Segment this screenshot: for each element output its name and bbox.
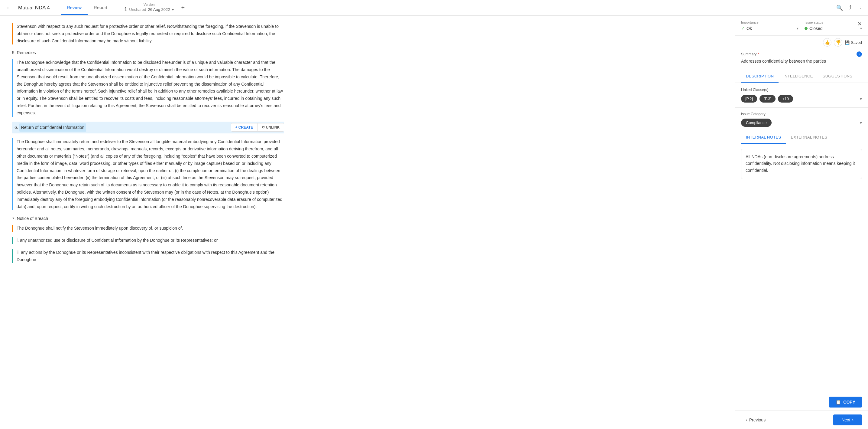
search-icon[interactable]: 🔍	[836, 4, 843, 11]
summary-value[interactable]: Addresses confidentiality between the pa…	[741, 59, 862, 65]
issue-status-label: Issue status	[805, 21, 862, 24]
unlink-button[interactable]: ↺ UNLINK	[257, 123, 284, 131]
main-layout: Stevenson with respect to any such reque…	[0, 16, 868, 429]
paragraph-5: The Donoghue shall immediately return an…	[12, 138, 284, 210]
clause-chips: [P.2] [P.3] +19 ▾	[741, 95, 862, 103]
version-chevron-icon[interactable]: ▾	[172, 7, 174, 12]
copy-row: 📋 COPY	[735, 394, 868, 410]
paragraph-9: ii. any actions by the Donoghue or its R…	[12, 249, 284, 263]
content-tabs: DESCRIPTION INTELLIGENCE SUGGESTIONS	[735, 70, 868, 83]
document-title: Mutual NDA 4	[18, 5, 50, 11]
paragraph-1: Stevenson with respect to any such reque…	[12, 23, 284, 45]
version-number: 1	[124, 6, 127, 13]
importance-chevron-icon: ▾	[797, 26, 799, 31]
right-panel: Importance ✓ Ok ▾ Issue status Closed ▾	[735, 16, 868, 429]
notes-tabs: INTERNAL NOTES EXTERNAL NOTES	[735, 131, 868, 144]
importance-label: Importance	[741, 21, 799, 24]
back-button[interactable]: ←	[5, 3, 13, 12]
paragraph-8: i. any unauthorized use or disclosure of…	[12, 237, 284, 244]
tab-intelligence[interactable]: INTELLIGENCE	[779, 70, 818, 83]
issue-category-label: Issue Category	[741, 112, 862, 116]
header-actions: 🔍 ⤴ ⋮	[836, 4, 863, 11]
clause-chip-p3[interactable]: [P.3]	[760, 95, 776, 103]
version-info: Version 1 Unshared 26 Aug 2022 ▾	[124, 3, 174, 13]
tab-description[interactable]: DESCRIPTION	[741, 70, 779, 83]
thumbs-down-button[interactable]: 👎	[834, 38, 842, 47]
section-5-title: 5. Remedies	[12, 49, 284, 57]
importance-group: Importance ✓ Ok ▾	[741, 21, 799, 33]
required-star: *	[758, 52, 759, 56]
panel-close-button[interactable]: ✕	[858, 21, 862, 27]
category-chip[interactable]: Compliance	[741, 119, 772, 127]
next-button[interactable]: Next ›	[833, 414, 862, 425]
copy-icon: 📋	[836, 400, 841, 404]
version-date: 26 Aug 2022	[148, 7, 170, 12]
section-7-title: 7. Notice of Breach	[12, 215, 284, 222]
tab-internal-notes[interactable]: INTERNAL NOTES	[741, 131, 786, 144]
issue-status-value[interactable]: Closed ▾	[805, 26, 862, 33]
saved-row: 👍 👎 💾 Saved	[735, 36, 868, 48]
section-6-header: 6. Return of Confidential Information + …	[12, 122, 284, 134]
tab-report[interactable]: Report	[88, 1, 113, 15]
create-button[interactable]: + CREATE	[231, 123, 257, 131]
summary-section: Summary * i Addresses confidentiality be…	[735, 48, 868, 70]
unshared-badge: Unshared	[129, 7, 146, 12]
status-dot-icon	[805, 27, 808, 30]
clause-expand-icon[interactable]: ▾	[860, 96, 862, 102]
issue-status-section: Importance ✓ Ok ▾ Issue status Closed ▾	[735, 16, 868, 36]
saved-indicator: 💾 Saved	[845, 40, 862, 45]
check-icon: ✓	[741, 26, 745, 31]
issue-status-text: Closed	[809, 26, 823, 31]
issue-category-section: Issue Category Compliance ▾	[735, 108, 868, 131]
next-icon: ›	[852, 418, 854, 422]
copy-button[interactable]: 📋 COPY	[829, 397, 862, 407]
tab-external-notes[interactable]: EXTERNAL NOTES	[786, 131, 832, 144]
issue-row: Importance ✓ Ok ▾ Issue status Closed ▾	[741, 21, 862, 33]
document-area[interactable]: Stevenson with respect to any such reque…	[0, 16, 735, 429]
importance-text: Ok	[746, 26, 752, 31]
issue-status-group: Issue status Closed ▾	[805, 21, 862, 33]
section-actions: + CREATE ↺ UNLINK	[231, 123, 284, 132]
linked-clauses-section: Linked Clause(s) [P.2] [P.3] +19 ▾	[735, 83, 868, 108]
thumbs-up-button[interactable]: 👍	[823, 38, 831, 47]
summary-label: Summary * i	[741, 51, 862, 57]
header-tabs: Review Report	[61, 1, 113, 15]
more-options-icon[interactable]: ⋮	[858, 4, 863, 11]
internal-notes-box[interactable]: All NDAs (non-disclosure agreements) add…	[741, 149, 862, 179]
add-version-button[interactable]: +	[181, 4, 185, 11]
document-content: Stevenson with respect to any such reque…	[12, 23, 284, 263]
previous-icon: ‹	[746, 418, 747, 422]
clause-chip-count[interactable]: +19	[778, 95, 793, 103]
clause-chip-p2[interactable]: [P.2]	[741, 95, 757, 103]
tab-review[interactable]: Review	[61, 1, 88, 15]
section-6-heading: Return of Confidential Information	[19, 123, 86, 132]
share-icon[interactable]: ⤴	[849, 4, 852, 11]
save-icon: 💾	[845, 40, 849, 45]
paragraph-3: The Donoghue acknowledge that the Confid…	[12, 59, 284, 116]
info-icon: i	[857, 51, 862, 57]
importance-value[interactable]: ✓ Ok ▾	[741, 26, 799, 33]
notes-content-area: All NDAs (non-disclosure agreements) add…	[735, 144, 868, 394]
linked-clauses-label: Linked Clause(s)	[741, 88, 862, 92]
category-chevron-icon[interactable]: ▾	[860, 120, 862, 125]
navigation-row: ‹ Previous Next ›	[735, 410, 868, 429]
previous-button[interactable]: ‹ Previous	[741, 415, 770, 425]
header: ← Mutual NDA 4 Review Report Version 1 U…	[0, 0, 868, 16]
section-6-number: 6.	[14, 124, 18, 131]
paragraph-7: The Donoghue shall notify the Stevenson …	[12, 225, 284, 232]
tab-suggestions[interactable]: SUGGESTIONS	[818, 70, 858, 83]
